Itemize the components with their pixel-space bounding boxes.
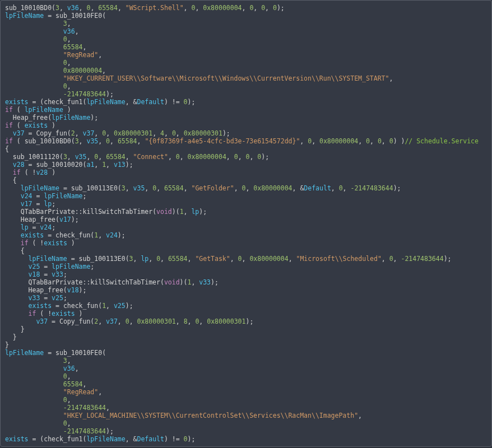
code-block: sub_10010BD0(3, v36, 0, 65584, "WScript.… bbox=[5, 4, 487, 443]
